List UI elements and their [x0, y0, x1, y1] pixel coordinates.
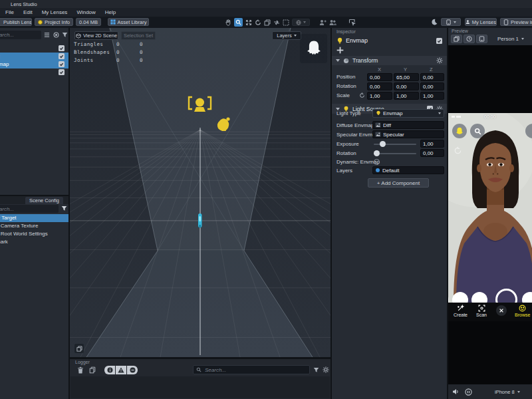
volume-icon[interactable] [452, 388, 460, 395]
object-enabled-checkbox[interactable] [436, 38, 442, 44]
scene-config-item-selected[interactable]: Render Target [0, 214, 68, 222]
log-filter-info-toggle[interactable] [104, 366, 115, 374]
position-y-field[interactable]: 65,00 [394, 73, 419, 81]
logger-search-input[interactable] [203, 366, 303, 374]
rotation-z-field[interactable]: 0,00 [420, 82, 444, 90]
object-visibility-checkbox[interactable] [59, 45, 65, 51]
scene-object-row-selected[interactable]: Envmap [0, 61, 68, 68]
objects-search-input[interactable] [0, 31, 38, 39]
list-view-icon[interactable] [44, 32, 50, 38]
pair-device-button[interactable] [441, 18, 461, 26]
link-tool[interactable] [273, 19, 280, 26]
clear-log-trash-icon[interactable] [77, 366, 84, 374]
duplicate-tool[interactable] [264, 19, 271, 26]
browse-button[interactable]: Browse [515, 305, 529, 317]
copy-log-icon[interactable] [89, 366, 96, 374]
light-type-dropdown[interactable]: Envmap [372, 109, 444, 118]
exposure-slider[interactable] [374, 141, 416, 148]
scene-config-search-input[interactable] [0, 205, 55, 213]
logger-settings-gear-icon[interactable] [323, 366, 329, 373]
link-scale-icon[interactable] [359, 92, 365, 98]
dynamic-envmap-checkbox[interactable] [374, 159, 380, 165]
layers-dropdown[interactable]: Layers [272, 31, 301, 40]
multi-select-tool[interactable] [283, 19, 289, 26]
search-lens-button[interactable] [470, 124, 485, 138]
rotation-x-field[interactable]: 0,00 [367, 82, 392, 90]
transform-section-header[interactable]: Transform [332, 56, 447, 65]
title-bar: Lens Studio [0, 0, 532, 8]
object-visibility-checkbox[interactable] [59, 53, 65, 59]
pause-icon[interactable] [465, 388, 472, 396]
publish-lens-button[interactable]: Publish Lens [0, 18, 32, 26]
scene-config-tab[interactable]: Scene Config [25, 197, 63, 204]
scene-object-row-selected[interactable]: Lighting [0, 53, 68, 61]
preview-device-dropdown[interactable]: iPhone 8 [495, 389, 520, 395]
history-rotate-tool[interactable] [255, 19, 261, 26]
close-lens-button[interactable] [496, 305, 507, 316]
object-visibility-checkbox[interactable] [59, 69, 65, 75]
scene-config-item[interactable]: Device Camera Texture [0, 222, 68, 230]
rotation-y-field[interactable]: 0,00 [394, 82, 419, 90]
preview-frames-button[interactable] [451, 35, 462, 43]
preview-device-button[interactable] [476, 35, 487, 43]
chevron-down-icon [521, 38, 524, 40]
pan-hand-tool[interactable] [225, 19, 231, 26]
create-button[interactable]: Create [454, 305, 467, 317]
world-mode-dropdown[interactable] [292, 19, 310, 26]
scene-config-item[interactable]: Physics Root World Settings [0, 230, 68, 238]
scale-x-field[interactable]: 1,00 [367, 92, 392, 100]
logger-output-area[interactable] [70, 376, 330, 398]
dark-mode-moon-icon[interactable] [431, 19, 438, 25]
project-info-button[interactable]: Project Info [35, 18, 73, 26]
rotate-device-icon[interactable] [454, 146, 462, 155]
menu-file[interactable]: File [5, 9, 14, 15]
selection-set-button[interactable]: Selection Set [121, 31, 156, 40]
section-settings-gear-icon[interactable] [436, 57, 443, 64]
menu-help[interactable]: Help [105, 9, 116, 15]
preview-playback-button[interactable] [464, 35, 475, 43]
clock-icon [466, 36, 472, 42]
menu-my-lenses[interactable]: My Lenses [42, 9, 68, 15]
position-x-field[interactable]: 0,00 [367, 73, 392, 81]
add-user-icon[interactable] [319, 19, 327, 26]
scan-button[interactable]: Scan [475, 305, 488, 317]
scale-z-field[interactable]: 1,00 [420, 92, 444, 100]
layers-field[interactable]: Default [372, 166, 444, 174]
diffuse-envmap-field[interactable]: Diff [372, 121, 444, 129]
preview-in-snapchat-button[interactable]: Preview in Snapchat [500, 18, 532, 26]
scene-object-row[interactable] [0, 68, 68, 76]
view-2d-scene-button[interactable]: View 2D Scene [74, 31, 118, 40]
filter-funnel-icon[interactable] [61, 205, 67, 211]
exposure-value-field[interactable]: 1,00 [420, 140, 444, 148]
menu-window[interactable]: Window [76, 9, 95, 15]
light-rotation-slider[interactable] [374, 150, 416, 157]
menu-edit[interactable]: Edit [23, 9, 33, 15]
specular-envmap-field[interactable]: Specular [372, 130, 444, 138]
light-rotation-value-field[interactable]: 0,00 [420, 149, 444, 157]
profile-ghost-button[interactable] [452, 124, 467, 138]
my-lenses-button[interactable]: My Lenses [465, 18, 497, 26]
object-visibility-checkbox[interactable] [59, 61, 65, 67]
zoom-tool-active[interactable] [234, 18, 243, 27]
person-selector-dropdown[interactable]: Person 1 [497, 36, 524, 42]
asset-library-button[interactable]: Asset Library [108, 18, 149, 26]
scene-object-row[interactable] [0, 45, 68, 53]
position-z-field[interactable]: 0,00 [420, 73, 444, 81]
add-icon[interactable] [336, 47, 344, 54]
scale-y-field[interactable]: 1,00 [394, 92, 419, 100]
scene-viewport[interactable]: View 2D Scene Selection Set Layers Trian… [70, 28, 331, 357]
add-component-button[interactable]: + Add Component [368, 178, 429, 188]
select-object-tool[interactable] [348, 19, 356, 26]
log-filter-error-toggle[interactable] [127, 366, 138, 374]
project-size-button[interactable]: 0.04 MB [76, 18, 101, 26]
scene-config-item[interactable]: Watermark [0, 238, 68, 246]
slider-thumb[interactable] [380, 141, 386, 147]
users-icon[interactable] [329, 19, 336, 26]
expand-tool[interactable] [245, 19, 252, 26]
filter-funnel-icon[interactable] [62, 32, 68, 38]
logger-filter-icon[interactable] [313, 367, 319, 373]
slider-thumb[interactable] [374, 150, 380, 156]
viewport-overlay-button[interactable] [74, 344, 84, 353]
log-filter-warning-toggle[interactable] [116, 366, 126, 374]
visibility-eye-icon[interactable] [53, 32, 59, 38]
